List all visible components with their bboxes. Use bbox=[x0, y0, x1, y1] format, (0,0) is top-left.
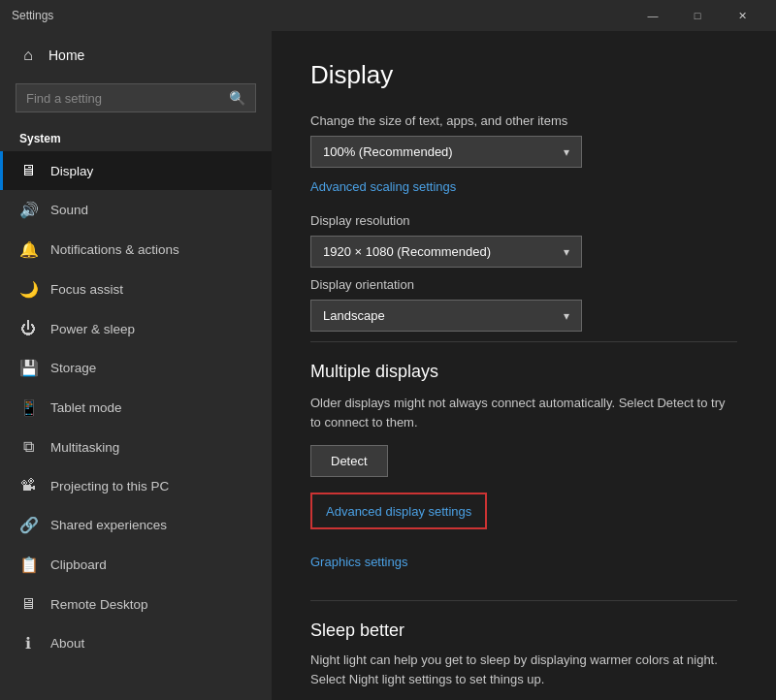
multitasking-icon: ⧉ bbox=[19, 438, 37, 456]
page-title: Display bbox=[310, 60, 737, 90]
search-input[interactable] bbox=[26, 91, 221, 106]
remote-icon: 🖥 bbox=[19, 595, 37, 613]
sidebar-item-label: Shared experiences bbox=[50, 518, 167, 532]
resolution-label: Display resolution bbox=[310, 213, 737, 228]
sidebar: ⌂ Home 🔍 System 🖥 Display 🔊 Sound 🔔 Noti… bbox=[0, 31, 272, 700]
resolution-dropdown[interactable]: 1920 × 1080 (Recommended) ▾ bbox=[310, 236, 582, 268]
sleep-heading: Sleep better bbox=[310, 620, 737, 641]
minimize-button[interactable]: — bbox=[630, 0, 675, 31]
sidebar-item-label: Power & sleep bbox=[50, 322, 135, 336]
sidebar-item-about[interactable]: ℹ About bbox=[0, 623, 272, 663]
storage-icon: 💾 bbox=[19, 359, 37, 377]
sidebar-item-label: Tablet mode bbox=[50, 400, 122, 415]
sidebar-item-label: About bbox=[50, 636, 84, 651]
orientation-dropdown[interactable]: Landscape ▾ bbox=[310, 300, 582, 332]
multiple-displays-desc: Older displays might not always connect … bbox=[310, 394, 737, 431]
sidebar-item-label: Focus assist bbox=[50, 282, 123, 297]
about-icon: ℹ bbox=[19, 634, 37, 652]
sidebar-item-multitasking[interactable]: ⧉ Multitasking bbox=[0, 428, 272, 466]
scale-label: Change the size of text, apps, and other… bbox=[310, 113, 737, 128]
chevron-down-icon: ▾ bbox=[564, 245, 569, 259]
multiple-displays-heading: Multiple displays bbox=[310, 362, 737, 382]
sidebar-item-storage[interactable]: 💾 Storage bbox=[0, 348, 272, 388]
focus-assist-icon: 🌙 bbox=[19, 280, 37, 299]
sidebar-item-notifications[interactable]: 🔔 Notifications & actions bbox=[0, 230, 272, 270]
divider bbox=[310, 341, 737, 342]
advanced-scaling-link[interactable]: Advanced scaling settings bbox=[310, 179, 456, 194]
sidebar-item-label: Display bbox=[50, 164, 93, 178]
sidebar-item-label: Multitasking bbox=[50, 440, 119, 455]
app-container: ⌂ Home 🔍 System 🖥 Display 🔊 Sound 🔔 Noti… bbox=[0, 31, 776, 700]
notifications-icon: 🔔 bbox=[19, 240, 37, 259]
advanced-display-link-box: Advanced display settings bbox=[310, 493, 487, 529]
sleep-desc: Night light can help you get to sleep by… bbox=[310, 651, 737, 688]
search-box[interactable]: 🔍 bbox=[16, 83, 256, 112]
orientation-label: Display orientation bbox=[310, 277, 737, 292]
advanced-display-link[interactable]: Advanced display settings bbox=[326, 504, 471, 519]
sidebar-item-display[interactable]: 🖥 Display bbox=[0, 151, 272, 190]
app-title: Settings bbox=[12, 9, 53, 22]
clipboard-icon: 📋 bbox=[19, 556, 37, 574]
sidebar-item-label: Notifications & actions bbox=[50, 242, 179, 257]
power-icon: ⏻ bbox=[19, 320, 37, 337]
shared-icon: 🔗 bbox=[19, 516, 37, 534]
sidebar-item-shared-exp[interactable]: 🔗 Shared experiences bbox=[0, 505, 272, 545]
resolution-value: 1920 × 1080 (Recommended) bbox=[323, 244, 491, 259]
projecting-icon: 📽 bbox=[19, 477, 37, 494]
sidebar-item-tablet-mode[interactable]: 📱 Tablet mode bbox=[0, 388, 272, 428]
home-label: Home bbox=[48, 48, 84, 63]
orientation-value: Landscape bbox=[323, 308, 385, 323]
titlebar: Settings — □ ✕ bbox=[0, 0, 776, 31]
sidebar-item-remote-desktop[interactable]: 🖥 Remote Desktop bbox=[0, 585, 272, 623]
graphics-settings-link[interactable]: Graphics settings bbox=[310, 555, 407, 569]
scale-dropdown[interactable]: 100% (Recommended) ▾ bbox=[310, 136, 582, 168]
chevron-down-icon: ▾ bbox=[564, 145, 569, 159]
display-icon: 🖥 bbox=[19, 162, 37, 179]
home-icon: ⌂ bbox=[19, 47, 37, 64]
scale-value: 100% (Recommended) bbox=[323, 144, 453, 159]
sidebar-item-label: Sound bbox=[50, 203, 88, 217]
close-button[interactable]: ✕ bbox=[720, 0, 764, 31]
sound-icon: 🔊 bbox=[19, 201, 37, 219]
window-controls: — □ ✕ bbox=[630, 0, 764, 31]
sidebar-item-label: Storage bbox=[50, 361, 96, 375]
sidebar-item-label: Remote Desktop bbox=[50, 597, 148, 612]
search-icon: 🔍 bbox=[229, 90, 245, 106]
divider2 bbox=[310, 600, 737, 601]
sidebar-item-projecting[interactable]: 📽 Projecting to this PC bbox=[0, 466, 272, 505]
sidebar-item-focus-assist[interactable]: 🌙 Focus assist bbox=[0, 270, 272, 309]
sidebar-item-home[interactable]: ⌂ Home bbox=[0, 31, 272, 80]
tablet-icon: 📱 bbox=[19, 398, 37, 417]
sidebar-item-label: Clipboard bbox=[50, 557, 107, 572]
maximize-button[interactable]: □ bbox=[675, 0, 720, 31]
sidebar-item-label: Projecting to this PC bbox=[50, 479, 169, 493]
sidebar-item-power-sleep[interactable]: ⏻ Power & sleep bbox=[0, 309, 272, 348]
sidebar-item-sound[interactable]: 🔊 Sound bbox=[0, 190, 272, 230]
sidebar-item-clipboard[interactable]: 📋 Clipboard bbox=[0, 545, 272, 585]
main-content: Display Change the size of text, apps, a… bbox=[272, 31, 776, 700]
sidebar-section-label: System bbox=[0, 124, 272, 151]
detect-button[interactable]: Detect bbox=[310, 445, 388, 477]
chevron-down-icon: ▾ bbox=[564, 309, 569, 323]
